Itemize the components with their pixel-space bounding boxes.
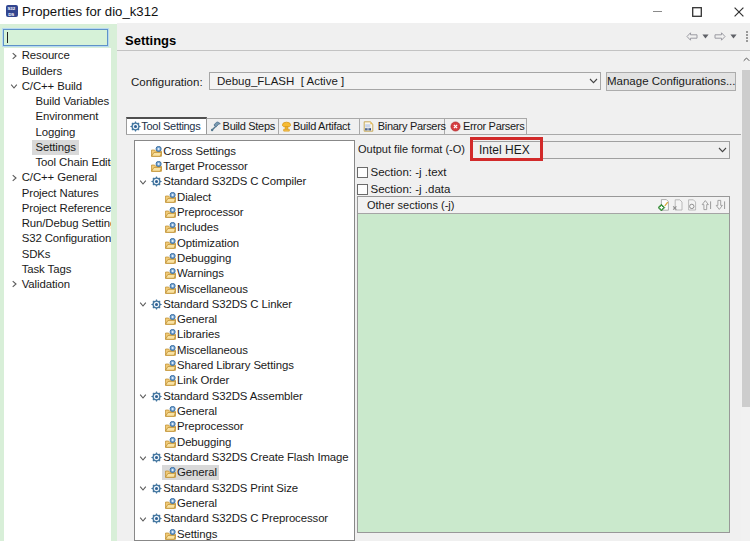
- svg-text:DS: DS: [8, 12, 14, 17]
